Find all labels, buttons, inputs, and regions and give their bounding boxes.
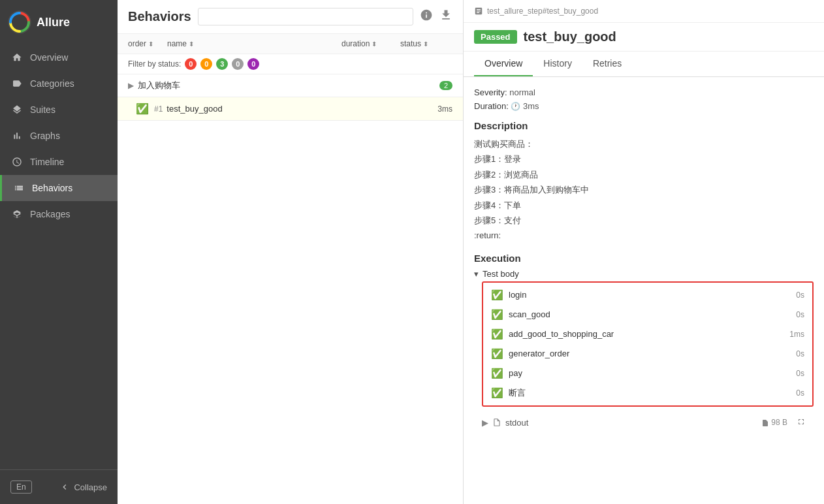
layers-icon (10, 103, 24, 116)
sidebar-item-overview[interactable]: Overview (0, 44, 118, 71)
stdout-row[interactable]: ▶ stdout 98 B (474, 412, 814, 433)
col-duration[interactable]: duration ⬍ (341, 39, 400, 48)
step-pass-icon: ✅ (491, 368, 503, 379)
step-item-pay[interactable]: ✅ pay 0s (483, 364, 812, 383)
stdout-size: 98 B (761, 418, 787, 427)
stdout-fullscreen-icon[interactable] (797, 417, 806, 428)
test-duration: 3ms (437, 104, 452, 114)
status-sort-icon: ⬍ (423, 40, 428, 48)
detail-title-row: Passed test_buy_good (464, 23, 824, 52)
group-count: 2 (439, 81, 452, 90)
status-badge: Passed (474, 30, 517, 44)
breadcrumb-icon (474, 7, 483, 16)
test-row[interactable]: ✅ #1 test_buy_good 3ms (118, 97, 463, 121)
filter-badge-broken[interactable]: 0 (200, 58, 212, 70)
filter-badge-failed[interactable]: 0 (185, 58, 197, 70)
test-name: test_buy_good (166, 104, 437, 114)
severity-row: Severity: normal (474, 87, 814, 97)
tag-icon (10, 77, 24, 90)
description-text: 测试购买商品： 步骤1：登录 步骤2：浏览商品 步骤3：将商品加入到购物车中 步… (474, 136, 814, 244)
step-pass-icon: ✅ (491, 289, 503, 301)
step-item-assert[interactable]: ✅ 断言 0s (483, 383, 812, 403)
group-row[interactable]: ▶ 加入购物车 2 (118, 74, 463, 97)
allure-logo-icon (8, 10, 31, 34)
clock-icon (10, 155, 24, 168)
file-icon (492, 418, 501, 427)
step-item-login[interactable]: ✅ login 0s (483, 285, 812, 305)
sidebar-item-graphs[interactable]: Graphs (0, 123, 118, 149)
filter-badge-unknown[interactable]: 0 (247, 58, 259, 70)
sidebar-item-packages[interactable]: Packages (0, 201, 118, 227)
download-icon[interactable] (439, 8, 452, 25)
detail-tabs: Overview History Retries (464, 52, 824, 77)
behaviors-title: Behaviors (128, 9, 191, 24)
step-item-generator-order[interactable]: ✅ generator_order 0s (483, 344, 812, 364)
duration-row: Duration: 🕐 3ms (474, 101, 814, 111)
filter-badge-passed[interactable]: 3 (216, 58, 228, 70)
file-size-icon (761, 419, 769, 427)
search-input[interactable] (198, 8, 413, 25)
step-pass-icon: ✅ (491, 387, 503, 399)
stdout-expand-icon: ▶ (482, 418, 488, 428)
duration-sort-icon: ⬍ (372, 40, 377, 48)
step-list: ✅ login 0s ✅ scan_good 0s ✅ add_good_to_… (482, 281, 814, 407)
table-header: order ⬍ name ⬍ duration ⬍ status ⬍ (118, 34, 463, 54)
group-expand-icon: ▶ (128, 81, 134, 90)
tab-overview[interactable]: Overview (474, 52, 533, 76)
sidebar-item-categories[interactable]: Categories (0, 71, 118, 97)
test-body-section: ▾ Test body ✅ login 0s ✅ scan_good 0s (474, 269, 814, 407)
sidebar-nav: Overview Categories Suites Graphs Timeli… (0, 44, 118, 469)
sidebar-item-behaviors[interactable]: Behaviors (0, 175, 118, 201)
execution-title: Execution (474, 253, 814, 264)
chevron-down-icon: ▾ (474, 269, 479, 279)
tab-history[interactable]: History (533, 52, 582, 76)
col-name[interactable]: name ⬍ (167, 39, 341, 48)
description-title: Description (474, 120, 814, 131)
info-icon[interactable] (420, 8, 433, 25)
app-title: Allure (37, 16, 70, 29)
col-status[interactable]: status ⬍ (400, 39, 452, 48)
sidebar-item-timeline[interactable]: Timeline (0, 149, 118, 175)
test-number: #1 (154, 104, 163, 114)
main-content: Behaviors order ⬍ name ⬍ duration ⬍ (118, 0, 824, 504)
step-item-add-good[interactable]: ✅ add_good_to_shopping_car 1ms (483, 324, 812, 344)
test-status-icon: ✅ (136, 102, 149, 115)
group-label: 加入购物车 (138, 80, 439, 91)
detail-body: Severity: normal Duration: 🕐 3ms Descrip… (464, 77, 824, 504)
language-button[interactable]: En (10, 480, 32, 494)
bar-chart-icon (10, 129, 24, 142)
tab-retries[interactable]: Retries (582, 52, 632, 76)
detail-panel: test_allure_step#test_buy_good Passed te… (464, 0, 824, 504)
logo-area: Allure (0, 0, 118, 44)
step-pass-icon: ✅ (491, 328, 503, 340)
package-icon (10, 208, 24, 221)
sidebar-item-suites[interactable]: Suites (0, 97, 118, 123)
sidebar-bottom: En Collapse (0, 469, 118, 504)
test-body-header[interactable]: ▾ Test body (474, 269, 814, 279)
collapse-button[interactable]: Collapse (59, 482, 107, 492)
filter-row: Filter by status: 0 0 3 0 0 (118, 54, 463, 74)
step-item-scan-good[interactable]: ✅ scan_good 0s (483, 305, 812, 324)
behaviors-header: Behaviors (118, 0, 463, 34)
svg-point-0 (8, 11, 31, 33)
step-pass-icon: ✅ (491, 348, 503, 360)
col-order[interactable]: order ⬍ (128, 39, 167, 48)
order-sort-icon: ⬍ (148, 40, 153, 48)
clock-detail-icon: 🕐 (511, 102, 520, 111)
step-pass-icon: ✅ (491, 309, 503, 321)
list-icon (12, 181, 25, 195)
sidebar: Allure Overview Categories Suites Graphs (0, 0, 118, 504)
detail-test-name: test_buy_good (524, 29, 616, 44)
filter-badge-skipped[interactable]: 0 (232, 58, 244, 70)
home-icon (10, 51, 24, 64)
detail-breadcrumb: test_allure_step#test_buy_good (464, 0, 824, 23)
name-sort-icon: ⬍ (189, 40, 194, 48)
behaviors-panel: Behaviors order ⬍ name ⬍ duration ⬍ (118, 0, 464, 504)
